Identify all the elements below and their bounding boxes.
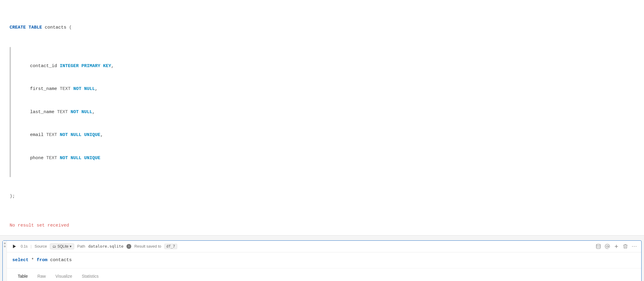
path-value: datalore.sqlite [88,244,123,249]
tab-visualize[interactable]: Visualize [50,271,77,281]
more-options-icon[interactable]: ··· [632,243,637,249]
tab-statistics[interactable]: Statistics [77,271,103,281]
execution-time: 0.1s [21,244,28,249]
delete-icon[interactable] [623,244,628,249]
code-line-4: last_name TEXT NOT NULL, [19,108,114,116]
add-icon[interactable] [614,244,619,249]
source-label: Source [35,244,47,249]
code-section: CREATE TABLE contacts ( contact_id INTEG… [0,0,644,236]
at-icon[interactable] [605,244,610,249]
cell-main-content: 0.1s | Source 🗂 SQLite ▾ Path datalore.s… [7,241,641,281]
sqlite-label: SQLite [57,244,68,249]
path-label: Path [77,244,85,249]
create-table-code: CREATE TABLE contacts ( contact_id INTEG… [10,8,634,216]
handle-dot-1 [4,242,6,244]
separator-1: | [31,244,32,249]
database-icon[interactable] [596,244,601,249]
sql-cell: 0.1s | Source 🗂 SQLite ▾ Path datalore.s… [2,240,642,281]
tab-table[interactable]: Table [13,271,32,281]
code-columns: contact_id INTEGER PRIMARY KEY, first_na… [19,47,114,178]
code-line-3: first_name TEXT NOT NULL, [19,85,114,93]
cell-toolbar: 0.1s | Source 🗂 SQLite ▾ Path datalore.s… [7,241,641,252]
result-tabs: Table Raw Visualize Statistics [7,268,641,281]
dropdown-chevron-icon: ▾ [70,244,71,249]
code-line-5: email TEXT NOT NULL UNIQUE, [19,131,114,139]
sql-code-area[interactable]: select * from contacts [7,252,641,268]
code-line-1: CREATE TABLE contacts ( [10,24,634,32]
svg-point-0 [596,244,600,245]
indent-bar [10,47,11,178]
run-button[interactable] [11,243,18,250]
code-line-2: contact_id INTEGER PRIMARY KEY, [19,62,114,70]
code-line-6: phone TEXT NOT NULL UNIQUE [19,154,114,162]
toolbar-action-icons: ··· [596,243,637,249]
svg-point-1 [606,245,608,247]
db-icon: 🗂 [53,244,56,249]
no-result-message: No result set received [10,223,634,228]
code-line-7: ); [10,193,634,200]
sqlite-source-badge[interactable]: 🗂 SQLite ▾ [50,243,74,249]
cell-collapse-handle[interactable] [3,241,7,281]
cell-wrapper: 0.1s | Source 🗂 SQLite ▾ Path datalore.s… [3,241,641,281]
handle-dot-2 [4,245,6,247]
result-df-name: df_7 [164,244,177,249]
sql-table-name: contacts [50,258,72,263]
info-icon[interactable]: i [126,244,131,249]
code-indented-block: contact_id INTEGER PRIMARY KEY, first_na… [10,47,634,178]
run-triangle-icon [13,245,16,248]
result-label: Result saved to [134,244,161,249]
tab-raw[interactable]: Raw [32,271,50,281]
